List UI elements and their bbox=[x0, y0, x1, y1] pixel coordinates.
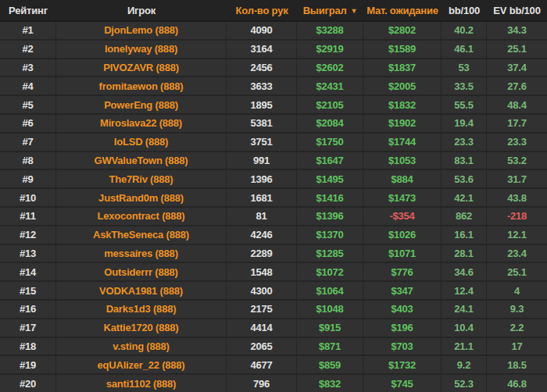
ev-bb100-cell: 9.3 bbox=[487, 301, 547, 318]
table-header-row: Рейтинг Игрок Кол-во рук Выиграл ▼ Мат. … bbox=[0, 0, 547, 22]
bb100-cell: 24.1 bbox=[442, 301, 487, 318]
table-row: #1 DjonLemo (888) 4090 $3288 $2802 40.2 … bbox=[0, 22, 547, 41]
won-cell: $3288 bbox=[297, 22, 363, 39]
hands-cell: 4414 bbox=[227, 319, 297, 337]
table-row: #3 PIVOZAVR (888) 2456 $2602 $1837 53 37… bbox=[0, 59, 547, 78]
column-header-ev[interactable]: Мат. ожидание bbox=[363, 0, 442, 20]
won-cell: $1416 bbox=[297, 189, 363, 206]
won-cell: $2084 bbox=[297, 115, 363, 132]
bb100-cell: 46.1 bbox=[442, 41, 487, 58]
player-name-link[interactable]: santi1102 (888) bbox=[56, 375, 227, 392]
ev-money-cell: $1832 bbox=[363, 96, 442, 113]
hands-cell: 3164 bbox=[227, 41, 297, 58]
table-row: #10 JustRand0m (888) 1681 $1416 $1473 42… bbox=[0, 189, 547, 208]
ev-bb100-cell: 2.2 bbox=[487, 319, 547, 337]
column-header-ev-bb100[interactable]: EV bb/100 bbox=[487, 0, 547, 20]
player-name-link[interactable]: DjonLemo (888) bbox=[56, 22, 227, 39]
player-name-link[interactable]: Miroslava22 (888) bbox=[56, 115, 227, 132]
bb100-cell: 21.1 bbox=[442, 338, 487, 355]
player-name-link[interactable]: Lexocontract (888) bbox=[56, 208, 227, 225]
table-row: #8 GWValueTown (888) 991 $1647 $1053 83.… bbox=[0, 152, 547, 171]
won-cell: $1396 bbox=[297, 208, 363, 225]
ev-bb100-cell: 43.8 bbox=[487, 189, 547, 206]
column-header-hands[interactable]: Кол-во рук bbox=[227, 0, 297, 20]
rank-cell: #20 bbox=[0, 375, 56, 392]
bb100-cell: 9.2 bbox=[442, 356, 487, 373]
rank-cell: #4 bbox=[0, 77, 56, 94]
column-header-bb100[interactable]: bb/100 bbox=[442, 0, 487, 20]
player-name-link[interactable]: AskTheSeneca (888) bbox=[56, 226, 227, 244]
player-name-link[interactable]: JustRand0m (888) bbox=[56, 189, 227, 206]
won-cell: $915 bbox=[297, 319, 363, 337]
ev-bb100-cell: 31.7 bbox=[487, 170, 547, 187]
ev-bb100-cell: 34.3 bbox=[487, 22, 547, 39]
table-row: #5 PowerEng (888) 1895 $2105 $1832 55.5 … bbox=[0, 96, 547, 115]
column-header-player[interactable]: Игрок bbox=[56, 0, 227, 20]
won-cell: $1370 bbox=[297, 226, 363, 244]
player-name-link[interactable]: v.sting (888) bbox=[56, 338, 227, 355]
rank-cell: #13 bbox=[0, 245, 56, 262]
player-name-link[interactable]: Kattie1720 (888) bbox=[56, 319, 227, 337]
rank-cell: #19 bbox=[0, 356, 56, 373]
ev-bb100-cell: 12.1 bbox=[487, 226, 547, 244]
table-row: #2 lonelyway (888) 3164 $2919 $1589 46.1… bbox=[0, 41, 547, 59]
ev-money-cell: $196 bbox=[363, 319, 442, 337]
ev-money-cell: $884 bbox=[363, 170, 442, 187]
ev-bb100-cell: 17 bbox=[487, 338, 547, 355]
ev-bb100-cell: 37.4 bbox=[487, 59, 547, 77]
hands-cell: 2065 bbox=[227, 338, 297, 355]
ev-money-cell: $1732 bbox=[363, 356, 442, 373]
player-name-link[interactable]: messaires (888) bbox=[56, 245, 227, 262]
won-cell: $832 bbox=[297, 375, 363, 392]
won-cell: $1285 bbox=[297, 245, 363, 262]
hands-cell: 5381 bbox=[227, 115, 297, 132]
bb100-cell: 53.6 bbox=[442, 170, 487, 187]
player-name-link[interactable]: VODKA1981 (888) bbox=[56, 282, 227, 299]
player-name-link[interactable]: PIVOZAVR (888) bbox=[56, 59, 227, 77]
hands-cell: 4090 bbox=[227, 22, 297, 39]
bb100-cell: 16.1 bbox=[442, 226, 487, 244]
hands-cell: 796 bbox=[227, 375, 297, 392]
bb100-cell: 42.1 bbox=[442, 189, 487, 206]
bb100-cell: 23.3 bbox=[442, 134, 487, 151]
sort-desc-icon: ▼ bbox=[351, 8, 358, 15]
won-cell: $1495 bbox=[297, 170, 363, 187]
ev-money-cell: $2802 bbox=[363, 22, 442, 39]
table-row: #17 Kattie1720 (888) 4414 $915 $196 10.4… bbox=[0, 319, 547, 338]
table-row: #19 eqUAlizer_22 (888) 4677 $859 $1732 9… bbox=[0, 356, 547, 375]
player-name-link[interactable]: The7Riv (888) bbox=[56, 170, 227, 187]
ev-money-cell: $1589 bbox=[363, 41, 442, 58]
won-cell: $2105 bbox=[297, 96, 363, 113]
won-cell: $859 bbox=[297, 356, 363, 373]
ev-bb100-cell: 23.4 bbox=[487, 245, 547, 262]
ev-bb100-cell: 23.3 bbox=[487, 134, 547, 151]
won-cell: $1750 bbox=[297, 134, 363, 151]
table-row: #6 Miroslava22 (888) 5381 $2084 $1902 19… bbox=[0, 115, 547, 134]
bb100-cell: 83.1 bbox=[442, 152, 487, 169]
ev-bb100-cell: 25.1 bbox=[487, 263, 547, 280]
player-name-link[interactable]: eqUAlizer_22 (888) bbox=[56, 356, 227, 373]
hands-cell: 991 bbox=[227, 152, 297, 169]
player-name-link[interactable]: Outsiderrr (888) bbox=[56, 263, 227, 280]
won-cell: $1072 bbox=[297, 263, 363, 280]
column-header-won[interactable]: Выиграл ▼ bbox=[297, 0, 363, 20]
player-name-link[interactable]: lonelyway (888) bbox=[56, 41, 227, 58]
table-row: #4 fromitaewon (888) 3633 $2431 $2005 33… bbox=[0, 77, 547, 96]
won-cell: $1048 bbox=[297, 301, 363, 318]
table-row: #13 messaires (888) 2289 $1285 $1071 28.… bbox=[0, 245, 547, 264]
bb100-cell: 52.3 bbox=[442, 375, 487, 392]
player-name-link[interactable]: Darks1d3 (888) bbox=[56, 301, 227, 318]
player-name-link[interactable]: IoLSD (888) bbox=[56, 134, 227, 151]
player-name-link[interactable]: fromitaewon (888) bbox=[56, 77, 227, 94]
hands-cell: 4677 bbox=[227, 356, 297, 373]
ev-money-cell: $1744 bbox=[363, 134, 442, 151]
hands-cell: 1681 bbox=[227, 189, 297, 206]
bb100-cell: 53 bbox=[442, 59, 487, 77]
bb100-cell: 34.6 bbox=[442, 263, 487, 280]
table-row: #12 AskTheSeneca (888) 4246 $1370 $1026 … bbox=[0, 226, 547, 245]
hands-cell: 4300 bbox=[227, 282, 297, 299]
player-name-link[interactable]: PowerEng (888) bbox=[56, 96, 227, 113]
player-name-link[interactable]: GWValueTown (888) bbox=[56, 152, 227, 169]
column-header-rank[interactable]: Рейтинг bbox=[0, 0, 56, 20]
won-cell: $1064 bbox=[297, 282, 363, 299]
